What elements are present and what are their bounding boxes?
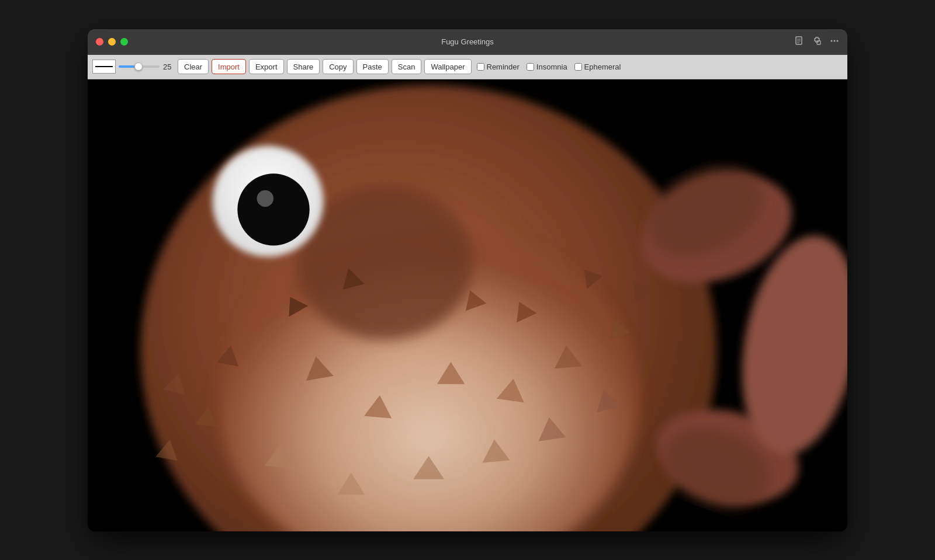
reminder-label[interactable]: Reminder (477, 62, 520, 71)
svg-point-18 (237, 173, 309, 245)
traffic-lights (96, 38, 128, 46)
pufferfish-container (88, 79, 847, 531)
ephemeral-text: Ephemeral (584, 62, 621, 71)
extension-icon[interactable] (812, 36, 822, 48)
more-options-icon[interactable] (830, 36, 839, 48)
wallpaper-button[interactable]: Wallpaper (424, 59, 471, 74)
slider-container: 25 (119, 62, 175, 71)
insomnia-label[interactable]: Insomnia (527, 62, 567, 71)
titlebar-actions (795, 36, 839, 48)
share-button[interactable]: Share (287, 59, 320, 74)
close-button[interactable] (96, 38, 103, 46)
canvas-area[interactable] (88, 79, 847, 531)
clear-button[interactable]: Clear (178, 59, 209, 74)
titlebar: Fugu Greetings (88, 29, 847, 55)
maximize-button[interactable] (120, 38, 128, 46)
checkbox-group: Reminder Insomnia Ephemeral (477, 62, 621, 71)
ephemeral-checkbox[interactable] (574, 63, 582, 71)
svg-point-7 (837, 40, 839, 41)
size-slider[interactable] (119, 65, 160, 68)
export-button[interactable]: Export (249, 59, 284, 74)
svg-point-5 (831, 40, 833, 41)
toolbar: 25 Clear Import Export Share Copy Paste … (88, 55, 847, 79)
insomnia-checkbox[interactable] (527, 63, 534, 71)
svg-point-19 (257, 190, 273, 206)
slider-value: 25 (163, 62, 175, 71)
window-title: Fugu Greetings (441, 37, 494, 46)
paste-button[interactable]: Paste (356, 59, 389, 74)
svg-rect-4 (817, 41, 820, 44)
svg-point-6 (834, 40, 836, 41)
insomnia-text: Insomnia (536, 62, 567, 71)
import-button[interactable]: Import (212, 59, 246, 74)
reminder-checkbox[interactable] (477, 63, 484, 71)
pen-preview (92, 60, 116, 74)
pufferfish-illustration (88, 79, 847, 531)
pen-preview-line (95, 66, 113, 67)
reminder-text: Reminder (487, 62, 520, 71)
new-document-icon[interactable] (795, 36, 804, 48)
copy-button[interactable]: Copy (323, 59, 353, 74)
app-window: Fugu Greetings (88, 29, 847, 531)
ephemeral-label[interactable]: Ephemeral (574, 62, 621, 71)
scan-button[interactable]: Scan (392, 59, 422, 74)
minimize-button[interactable] (108, 38, 116, 46)
